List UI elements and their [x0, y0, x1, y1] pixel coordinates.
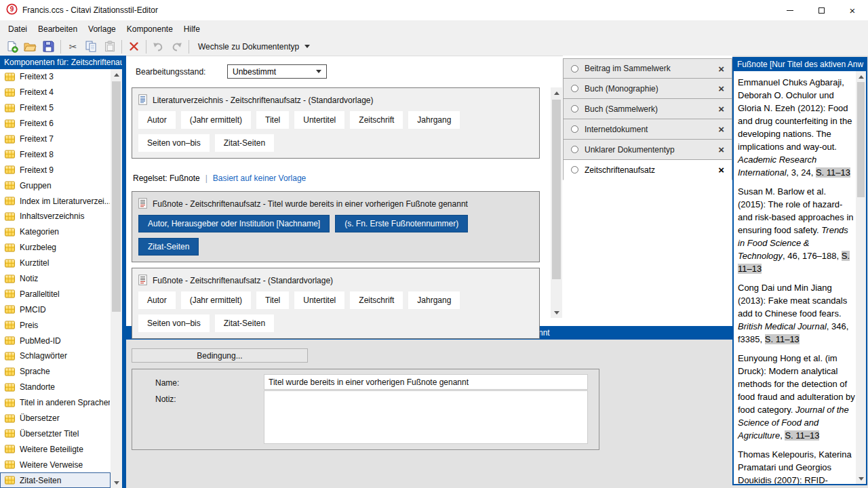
radio-icon[interactable]	[571, 105, 578, 113]
condition-button[interactable]: Bedingung...	[132, 348, 308, 363]
minimize-icon[interactable]	[774, 0, 806, 20]
radio-icon[interactable]	[571, 85, 578, 92]
open-icon[interactable]	[21, 39, 39, 55]
template-chip[interactable]: Zitat-Seiten	[215, 314, 274, 332]
template-chip[interactable]: Zeitschrift	[350, 111, 403, 129]
template-chip[interactable]: Titel	[256, 111, 289, 129]
sidebar-item[interactable]: Freitext 5	[0, 100, 111, 116]
sidebar-item[interactable]: Freitext 6	[0, 116, 111, 131]
radio-icon[interactable]	[571, 146, 578, 153]
sidebar-scrollbar[interactable]	[111, 69, 122, 488]
menu-item-komponente[interactable]: Komponente	[121, 22, 178, 37]
scroll-thumb[interactable]	[552, 100, 561, 279]
sidebar-item[interactable]: Übersetzer	[0, 411, 111, 426]
template-chip[interactable]: (Jahr ermittelt)	[181, 111, 251, 129]
template-chip[interactable]: Seiten von–bis	[138, 314, 210, 332]
doc-type-tab[interactable]: Beitrag im Sammelwerk×	[563, 58, 732, 79]
template-chip[interactable]: Zitat-Seiten	[215, 134, 274, 152]
menu-item-datei[interactable]: Datei	[3, 22, 33, 37]
scroll-down-icon[interactable]	[551, 307, 562, 318]
save-icon[interactable]	[39, 39, 58, 55]
template-chip[interactable]: Untertitel	[294, 111, 344, 129]
sidebar-item[interactable]: PMCID	[0, 302, 111, 317]
sidebar-item[interactable]: Index im Literaturverzei...	[0, 193, 111, 209]
menu-item-hilfe[interactable]: Hilfe	[178, 22, 205, 37]
scroll-down-icon[interactable]	[856, 473, 866, 484]
sidebar-item[interactable]: Weitere Verweise	[0, 457, 111, 472]
close-icon[interactable]: ×	[718, 83, 724, 94]
sidebar-item[interactable]: Kurzbeleg	[0, 240, 111, 256]
scroll-up-icon[interactable]	[111, 69, 122, 80]
radio-icon[interactable]	[571, 65, 578, 73]
template-chip[interactable]: (Jahr ermittelt)	[181, 291, 251, 309]
copy-icon[interactable]	[82, 39, 100, 55]
template-chip[interactable]: Jahrgang	[408, 111, 460, 129]
sidebar-item[interactable]: Freitext 9	[0, 162, 111, 178]
delete-icon[interactable]	[125, 39, 143, 55]
sidebar-item[interactable]: Übersetzter Titel	[0, 426, 111, 441]
editor-scrollbar[interactable]	[551, 87, 562, 318]
doc-type-tab[interactable]: Internetdokument×	[563, 119, 732, 140]
cut-icon[interactable]: ✂	[64, 39, 82, 55]
template-chip[interactable]: Autor	[138, 291, 176, 309]
template-chip[interactable]: Titel	[256, 291, 289, 309]
sidebar-item[interactable]: Kurztitel	[0, 256, 111, 271]
template-name-input[interactable]	[264, 374, 588, 390]
template-box-footnote-default[interactable]: Fußnote - Zeitschriftenaufsatz - (Standa…	[132, 268, 540, 339]
template-chip[interactable]: Zitat-Seiten	[138, 238, 199, 256]
sidebar-item[interactable]: Sprache	[0, 364, 111, 380]
scroll-thumb[interactable]	[857, 82, 865, 197]
close-icon[interactable]: ×	[718, 144, 724, 155]
doc-type-tab[interactable]: Zeitschriftenaufsatz×	[563, 160, 732, 180]
sidebar-item[interactable]: Standorte	[0, 380, 111, 395]
close-icon[interactable]: ×	[718, 165, 724, 175]
template-chip[interactable]: (s. Fn. Erste Fußnotennummer)	[335, 215, 468, 232]
scroll-thumb[interactable]	[112, 81, 121, 312]
scroll-up-icon[interactable]	[856, 71, 866, 82]
sidebar-item[interactable]: Paralleltitel	[0, 286, 111, 302]
template-chip[interactable]: Seiten von–bis	[138, 134, 210, 152]
template-chip[interactable]: Autor, Herausgeber oder Institution [Nac…	[138, 215, 330, 232]
menu-item-vorlage[interactable]: Vorlage	[83, 22, 121, 37]
template-chip[interactable]: Jahrgang	[408, 291, 460, 309]
close-icon[interactable]: ×	[718, 124, 724, 134]
sidebar-item[interactable]: Freitext 7	[0, 131, 111, 147]
sidebar-item[interactable]: Freitext 3	[0, 69, 111, 85]
scroll-down-icon[interactable]	[111, 477, 122, 488]
toolbar-separator	[60, 40, 61, 54]
doc-type-tab[interactable]: Unklarer Dokumententyp×	[563, 140, 732, 160]
template-chip[interactable]: Zeitschrift	[350, 291, 403, 309]
radio-icon[interactable]	[571, 166, 578, 174]
sidebar-item[interactable]: Preis	[0, 317, 111, 333]
sidebar-item[interactable]: Weitere Beteiligte	[0, 441, 111, 457]
menu-item-bearbeiten[interactable]: Bearbeiten	[33, 22, 83, 37]
sidebar-item[interactable]: Titel in anderen Sprachen	[0, 395, 111, 411]
preview-scrollbar[interactable]	[856, 71, 866, 484]
sidebar-item[interactable]: Freitext 8	[0, 146, 111, 162]
editing-status-select[interactable]: Unbestimmt	[227, 64, 327, 79]
radio-icon[interactable]	[571, 125, 578, 133]
template-chip[interactable]: Untertitel	[294, 291, 344, 309]
close-icon[interactable]: ×	[718, 104, 724, 114]
sidebar-item[interactable]: Kategorien	[0, 224, 111, 240]
sidebar-item[interactable]: Gruppen	[0, 178, 111, 193]
sidebar-item[interactable]: Inhaltsverzeichnis	[0, 209, 111, 224]
template-box-bibliography[interactable]: Literaturverzeichnis - Zeitschriftenaufs…	[132, 87, 540, 159]
sidebar-item[interactable]: Schlagwörter	[0, 348, 111, 364]
sidebar-item[interactable]: Freitext 4	[0, 85, 111, 100]
sidebar-item[interactable]: PubMed-ID	[0, 333, 111, 348]
close-icon[interactable]: ×	[837, 0, 868, 20]
scroll-up-icon[interactable]	[551, 87, 562, 98]
doc-type-tab[interactable]: Buch (Monographie)×	[563, 79, 732, 99]
sidebar-item[interactable]: Zitat-Seiten	[0, 472, 111, 488]
switch-document-type-dropdown[interactable]: Wechsle zu Dokumententyp	[192, 40, 316, 54]
template-box-footnote-repeated-title[interactable]: Fußnote - Zeitschriftenaufsatz - Titel w…	[132, 191, 540, 262]
ruleset-base-link[interactable]: Basiert auf keiner Vorlage	[213, 174, 306, 183]
template-chip[interactable]: Autor	[138, 111, 176, 129]
doc-type-tab[interactable]: Buch (Sammelwerk)×	[563, 99, 732, 119]
sidebar-item[interactable]: Notiz	[0, 271, 111, 287]
template-note-textarea[interactable]	[264, 390, 588, 444]
close-icon[interactable]: ×	[718, 64, 724, 74]
maximize-icon[interactable]	[806, 0, 837, 20]
new-style-icon[interactable]	[3, 39, 21, 55]
